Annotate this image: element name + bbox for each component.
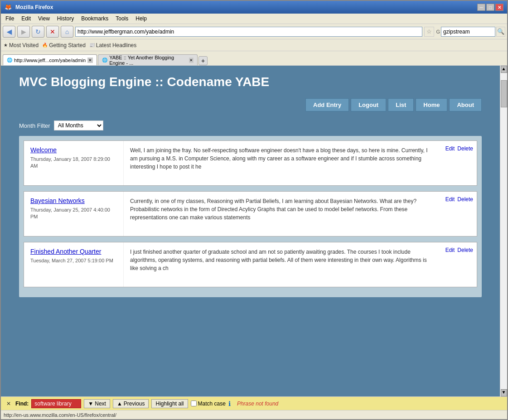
entry-0-delete[interactable]: Delete [457,145,473,152]
address-input[interactable] [75,27,422,37]
scroll-down[interactable]: ▼ [501,389,507,396]
site-header: MVC Blogging Engine :: Codename YABE [1,66,500,98]
filter-label: Month Filter [19,122,50,129]
entry-1-date: Thursday, January 25, 2007 4:40:00 PM [30,207,110,219]
new-tab-button[interactable]: + [198,56,208,65]
find-match-case-checkbox[interactable] [191,401,197,406]
entry-2-actions: Edit Delete [440,242,477,287]
bookmark-getting-started-label: Getting Started [49,42,86,48]
find-next-button[interactable]: ▼ Next [84,399,110,408]
menu-file[interactable]: File [3,14,17,23]
site-nav: Add Entry Logout List Home About [1,98,500,116]
scrollbar[interactable]: ▲ ▼ [500,66,507,396]
window-controls: ─ □ ✕ [477,4,503,11]
entry-2-title[interactable]: Finished Another Quarter [30,248,117,255]
blog-list: Welcome Thursday, January 18, 2007 8:29:… [19,136,482,297]
find-bar: ✕ Find: ▼ Next ▲ Previous Highlight all … [1,396,507,410]
nav-logout[interactable]: Logout [351,98,386,111]
tab-1-close[interactable]: ✕ [189,58,194,63]
bookmark-getting-started[interactable]: 🔥 Getting Started [42,42,86,48]
menu-view[interactable]: View [35,14,53,23]
menu-bookmarks[interactable]: Bookmarks [78,14,111,23]
bookmark-star-button[interactable]: ☆ [424,27,434,37]
search-input[interactable] [441,27,495,37]
close-button[interactable]: ✕ [495,4,503,11]
firefox-icon: 🦊 [5,4,12,11]
entry-2-left: Finished Another Quarter Tuesday, March … [24,242,124,287]
title-bar: 🦊 Mozilla Firefox ─ □ ✕ [1,1,507,14]
entry-2-body: I just finished another quarter of gradu… [124,242,440,287]
find-label: Find: [15,401,29,407]
entry-0-date: Thursday, January 18, 2007 8:29:00 AM [30,156,110,169]
tab-0[interactable]: 🌐 http://www.jeff...com/yabe/admin ✕ [3,54,97,65]
entry-1-edit[interactable]: Edit [445,196,455,203]
search-engine-label: G [436,29,440,34]
tab-0-close[interactable]: ✕ [87,58,93,63]
refresh-button[interactable]: ↻ [32,26,44,38]
find-match-case-text: Match case [198,401,226,407]
find-prev-arrow: ▲ [117,401,122,407]
table-row: Bayesian Networks Thursday, January 25, … [24,191,477,237]
search-button[interactable]: 🔍 [496,27,505,37]
scroll-up[interactable]: ▲ [501,66,507,73]
entry-0-title[interactable]: Welcome [30,146,117,154]
table-row: Welcome Thursday, January 18, 2007 8:29:… [24,140,477,186]
bookmark-most-visited[interactable]: ★ Most Visited [4,42,39,48]
home-button[interactable]: ⌂ [61,26,73,38]
back-button[interactable]: ◀ [3,26,15,38]
browser-window: 🦊 Mozilla Firefox ─ □ ✕ File Edit View H… [0,0,508,420]
menu-edit[interactable]: Edit [19,14,34,23]
find-info-icon: ℹ [228,400,231,407]
find-close-button[interactable]: ✕ [5,400,13,408]
status-bar: http://en-us.www.mozilla.com/en-US/firef… [1,410,507,419]
nav-about[interactable]: About [449,98,482,111]
entry-2-delete[interactable]: Delete [457,247,473,253]
find-highlight-button[interactable]: Highlight all [151,399,188,408]
maximize-button[interactable]: □ [486,4,494,11]
site-title: MVC Blogging Engine :: Codename YABE [19,75,482,89]
getting-started-icon: 🔥 [42,43,48,48]
page-content: MVC Blogging Engine :: Codename YABE Add… [1,66,507,396]
tab-1-favicon: 🌐 [102,58,107,63]
entry-2-edit[interactable]: Edit [445,247,455,253]
bookmark-latest-headlines[interactable]: 📰 Latest Headlines [89,42,136,48]
find-next-arrow: ▼ [88,401,93,407]
entry-0-body: Well, I am joining the fray. No self-res… [124,141,440,185]
page-inner: MVC Blogging Engine :: Codename YABE Add… [1,66,500,396]
find-input[interactable] [31,399,81,408]
forward-button[interactable]: ▶ [17,26,30,38]
find-status: Phrase not found [237,401,278,407]
main-content: Month Filter All Months January 2007 Feb… [1,116,500,302]
bookmarks-bar: ★ Most Visited 🔥 Getting Started 📰 Lates… [1,39,507,51]
nav-home[interactable]: Home [416,98,447,111]
entry-0-actions: Edit Delete [440,141,477,185]
menu-help[interactable]: Help [133,14,150,23]
find-match-case-label[interactable]: Match case [191,401,226,407]
tab-1-label: YABE :: Yet Another Blogging Engine - ..… [109,55,187,66]
entry-1-actions: Edit Delete [440,192,477,236]
entry-1-delete[interactable]: Delete [457,196,473,203]
filter-bar: Month Filter All Months January 2007 Feb… [19,121,482,130]
entry-0-left: Welcome Thursday, January 18, 2007 8:29:… [24,141,124,185]
menu-history[interactable]: History [54,14,77,23]
tab-1[interactable]: 🌐 YABE :: Yet Another Blogging Engine - … [98,54,198,65]
entry-2-date: Tuesday, March 27, 2007 5:19:00 PM [30,258,113,263]
month-filter-select[interactable]: All Months January 2007 February 2007 Ma… [54,121,103,130]
entry-0-edit[interactable]: Edit [445,145,455,152]
stop-button[interactable]: ✕ [46,26,59,38]
find-prev-label: Previous [124,401,145,407]
address-bar-container: ☆ [75,27,434,37]
minimize-button[interactable]: ─ [477,4,485,11]
scroll-thumb[interactable] [501,80,507,107]
most-visited-icon: ★ [4,43,8,48]
table-row: Finished Another Quarter Tuesday, March … [24,242,477,287]
find-prev-button[interactable]: ▲ Previous [113,399,149,408]
nav-list[interactable]: List [388,98,414,111]
entry-1-title[interactable]: Bayesian Networks [30,197,117,204]
tabs-bar: 🌐 http://www.jeff...com/yabe/admin ✕ 🌐 Y… [1,51,507,66]
bookmark-latest-headlines-label: Latest Headlines [96,42,136,48]
nav-add-entry[interactable]: Add Entry [305,98,349,111]
tab-0-favicon: 🌐 [7,58,12,63]
find-next-label: Next [95,401,106,407]
menu-tools[interactable]: Tools [113,14,131,23]
